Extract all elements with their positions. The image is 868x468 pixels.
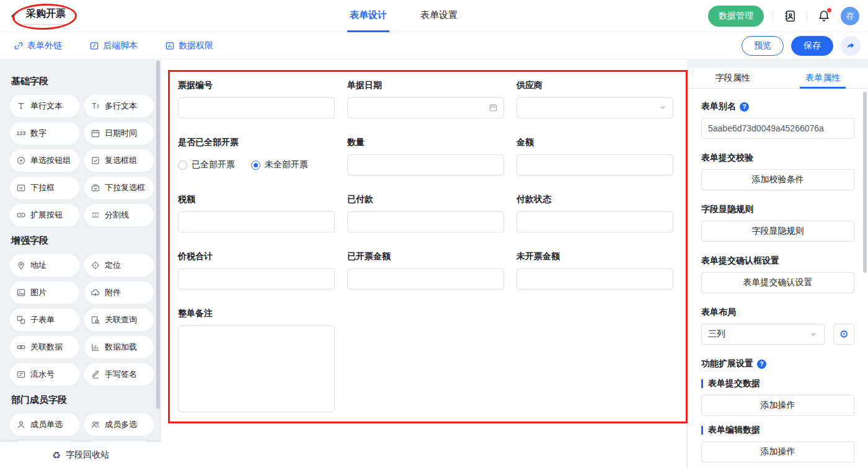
field-recycle-bin[interactable]: ♻ 字段回收站 [0,442,161,468]
chevron-left-icon [9,11,19,21]
submit-confirm-button[interactable]: 表单提交确认设置 [701,272,854,293]
layout-settings-button[interactable]: ⚙ [833,324,854,345]
form-design-canvas[interactable]: 票据编号 单据日期 供应商 是否已全部开票 已全部开票 [161,60,687,468]
text-input-control[interactable] [517,269,673,289]
toolbar-link-backend-script[interactable]: 后端脚本 [89,40,138,51]
field-item-single-line-text[interactable]: 单行文本 [10,95,79,117]
field-item-multi-line-text[interactable]: 多行文本 [84,95,154,117]
date-input[interactable] [347,97,504,118]
preview-button[interactable]: 预览 [742,36,784,56]
field-item-divider[interactable]: 分割线 [84,204,154,226]
form-field-supplier[interactable]: 供应商 [516,80,673,118]
field-item-signature[interactable]: 手写签名 [84,363,154,386]
field-item-checkbox-group[interactable]: 复选框组 [84,149,154,172]
field-item-member-single[interactable]: 成员单选 [10,413,79,436]
select-input-control[interactable] [517,98,673,118]
text-input[interactable] [347,268,504,289]
field-item-radio-group[interactable]: 单选按钮组 [10,149,79,172]
sidebar-scrollbar-thumb[interactable] [156,61,160,409]
edit-data-add-action-button[interactable]: 添加操作 [701,441,854,462]
field-label: 税额 [178,194,335,205]
text-input-control[interactable] [517,212,673,232]
select-input[interactable] [516,97,673,118]
radio-option-fully-invoiced[interactable]: 已全部开票 [178,159,235,170]
field-item-member-multi[interactable]: 成员多选 [84,413,154,436]
remark-textarea[interactable] [178,325,335,412]
help-icon[interactable]: ? [757,360,766,369]
field-item-address[interactable]: 地址 [10,254,79,276]
field-item-locate[interactable]: 定位 [84,254,154,276]
text-input-control[interactable] [517,155,673,175]
submit-data-add-action-button[interactable]: 添加操作 [701,395,854,416]
text-input-control[interactable] [179,98,334,118]
form-alias-input[interactable] [701,118,854,139]
share-button[interactable] [841,36,861,56]
panel-scrollbar-thumb[interactable] [863,92,867,273]
layout-select[interactable]: 三列 [701,324,825,345]
tab-form-settings[interactable]: 表单设置 [418,0,460,32]
field-item-linked-data[interactable]: 关联数据 [10,336,79,358]
form-field-payment-status[interactable]: 付款状态 [516,194,673,232]
text-input[interactable] [178,97,335,118]
field-visibility-section: 字段显隐规则 字段显隐规则 [701,204,854,242]
form-layout-title: 表单布局 [701,307,854,318]
field-item-label: 地址 [30,260,46,271]
form-field-fully-invoiced[interactable]: 是否已全部开票 已全部开票 未全部开票 [178,137,335,175]
avatar[interactable]: 存 [841,7,859,25]
select-icon [16,183,26,193]
text-input[interactable] [516,154,673,175]
form-layout-section: 表单布局 三列 ⚙ [701,307,854,345]
field-item-multi-select[interactable]: 下拉复选框 [84,177,154,199]
add-validation-button[interactable]: 添加校验条件 [701,169,854,190]
form-field-amount[interactable]: 金额 [516,137,673,175]
back-button[interactable] [7,10,20,22]
form-field-uninvoiced-amount[interactable]: 未开票金额 [516,251,673,289]
recycle-icon: ♻ [52,449,61,461]
field-item-number[interactable]: 123 数字 [10,122,79,144]
text-input[interactable] [347,211,504,232]
text-input[interactable] [347,154,504,175]
field-item-lookup[interactable]: 关联查询 [84,309,154,331]
field-item-select[interactable]: 下拉框 [10,177,79,199]
text-input[interactable] [178,268,335,289]
form-field-invoiced-amount[interactable]: 已开票金额 [347,251,504,289]
text-input-control[interactable] [348,269,503,289]
radio-option-not-fully-invoiced[interactable]: 未全部开票 [251,159,308,170]
save-button[interactable]: 保存 [791,36,833,56]
text-input-control[interactable] [179,269,334,289]
field-item-subform[interactable]: 子表单 [10,309,79,331]
contact-book-icon[interactable] [782,8,798,24]
help-icon[interactable]: ? [740,102,749,112]
toolbar-link-external[interactable]: 表单外链 [14,40,62,51]
field-library-scroll: 基础字段 单行文本 多行文本 123 数字 日期时间 单选按钮组 [0,60,161,463]
field-item-attachment[interactable]: 附件 [84,281,154,304]
text-input-control[interactable] [179,212,334,232]
form-title[interactable]: 采购开票 [24,7,68,25]
form-field-bill-date[interactable]: 单据日期 [347,80,504,118]
field-item-serial-number[interactable]: 流水号 [10,363,79,386]
toolbar-link-data-permission[interactable]: 数据权限 [165,40,213,51]
sidebar-scrollbar-track[interactable] [156,60,161,468]
field-item-datetime[interactable]: 日期时间 [84,122,154,144]
data-manage-button[interactable]: 数据管理 [708,6,764,27]
tab-form-properties[interactable]: 表单属性 [778,68,868,88]
form-field-tax[interactable]: 税额 [178,194,335,232]
text-input[interactable] [178,211,335,232]
notification-bell-icon[interactable] [816,8,832,24]
tab-field-properties[interactable]: 字段属性 [688,68,778,88]
text-input-control[interactable] [348,155,503,175]
tab-form-design[interactable]: 表单设计 [347,0,389,32]
form-field-bill-number[interactable]: 票据编号 [178,80,335,118]
date-input-control[interactable] [348,98,503,118]
field-item-extend-button[interactable]: 扩展按钮 [10,204,79,226]
text-input[interactable] [516,268,673,289]
field-item-data-load[interactable]: 数据加载 [84,336,154,358]
text-input[interactable] [516,211,673,232]
form-field-total-with-tax[interactable]: 价税合计 [178,251,335,289]
form-field-paid[interactable]: 已付款 [347,194,504,232]
form-field-order-remark[interactable]: 整单备注 [178,308,335,415]
text-input-control[interactable] [348,212,503,232]
field-item-image[interactable]: 图片 [10,281,79,304]
form-field-quantity[interactable]: 数量 [347,137,504,175]
field-visibility-button[interactable]: 字段显隐规则 [701,221,854,242]
